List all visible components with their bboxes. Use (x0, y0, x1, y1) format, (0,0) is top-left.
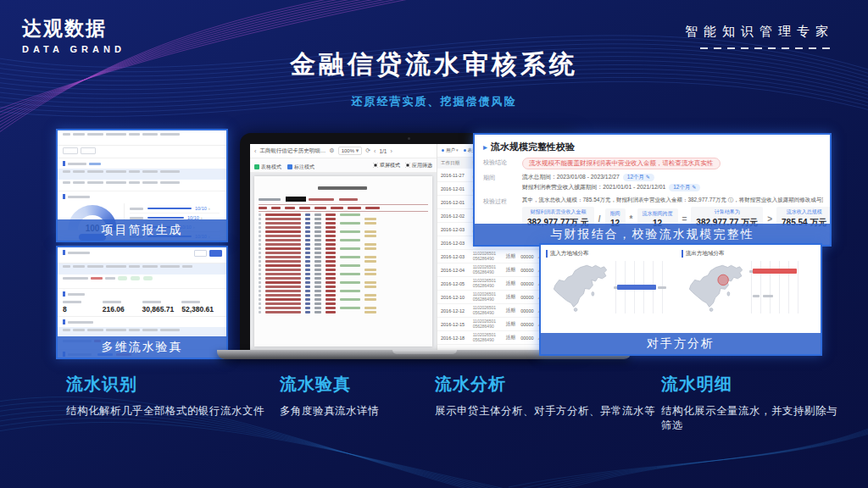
stat-item: 52,380.61 (181, 301, 221, 313)
cell-amount: 00000 (520, 254, 537, 259)
scan-cell (326, 311, 336, 313)
scan-table-row (259, 294, 428, 297)
section-marker (63, 291, 65, 297)
report-progress-row: 10/10› (130, 204, 220, 214)
scan-cell (340, 281, 360, 284)
formula-operator: > (767, 214, 772, 224)
zoom-select[interactable]: 100% ▾ (338, 147, 363, 155)
scan-cell (305, 294, 310, 297)
scan-cell (340, 307, 360, 309)
scan-table-row (259, 218, 428, 220)
scan-cell (305, 260, 310, 263)
scan-cell (340, 226, 360, 229)
text-placeholder (129, 170, 140, 173)
scan-cell (340, 243, 360, 246)
document-title: 工商银行借记卡历史明细清... (259, 147, 326, 155)
gear-icon[interactable]: ⚙ (329, 147, 334, 154)
text-placeholder (68, 252, 90, 254)
view-button[interactable]: 应用筛选 (405, 162, 432, 169)
formula-operator: * (630, 214, 633, 224)
scan-cell (314, 252, 321, 254)
scan-cell (314, 260, 321, 263)
prev-page-icon[interactable]: ‹ (374, 148, 376, 154)
section-marker (63, 161, 65, 166)
cell-amount: 00000 (520, 322, 537, 327)
scan-cell (259, 260, 261, 263)
thumbnail-caption: 项目简报生成 (58, 219, 226, 241)
scan-cell (305, 235, 310, 237)
scan-cell (314, 269, 321, 271)
text-placeholder (87, 133, 103, 136)
scan-cell (259, 226, 261, 229)
scan-cell (340, 277, 360, 280)
next-page-icon[interactable]: › (390, 148, 392, 154)
scanned-statement (250, 173, 437, 350)
scan-cell (305, 218, 310, 220)
text-placeholder (160, 170, 180, 173)
scan-cell (265, 235, 301, 237)
scan-cell (314, 302, 321, 305)
scan-cell (305, 214, 310, 216)
view-button[interactable]: 双屏模式 (373, 162, 400, 169)
scan-cell (265, 286, 301, 288)
scan-table-row (259, 273, 428, 275)
scan-cell (259, 247, 261, 250)
scan-cell (326, 307, 336, 309)
text-placeholder (89, 163, 101, 165)
scan-cell (305, 247, 310, 250)
scan-cell (340, 256, 360, 258)
scan-table-row (259, 239, 428, 241)
document-viewer: ‹ 工商银行借记卡历史明细清... ⚙ 100% ▾ ⟳ ‹ 1/1 › 表格模… (250, 144, 437, 350)
cell-type: 活期 (506, 280, 520, 286)
period-row: 期间 流水总期间：2023/01/08 - 2023/12/2712个月 财报利… (483, 173, 821, 193)
scan-cell (265, 226, 301, 229)
scan-cell (364, 226, 376, 229)
text-placeholder (106, 170, 126, 173)
scan-cell (364, 269, 376, 271)
scan-cell (259, 264, 261, 267)
scan-cell (259, 307, 261, 309)
months-badge[interactable]: 12个月 (623, 174, 654, 181)
text-placeholder (105, 277, 115, 280)
back-icon[interactable]: ‹ (254, 148, 256, 154)
china-map (682, 260, 748, 314)
cell-date: 2016-12-05 (441, 281, 473, 286)
scan-cell (340, 252, 360, 254)
scan-cell (326, 273, 336, 275)
scan-cell (340, 222, 360, 225)
filter-chip[interactable]: 用户 (442, 147, 459, 153)
scan-cell (259, 256, 261, 258)
scan-cell (340, 311, 360, 313)
scan-table-row (259, 281, 428, 284)
scan-cell (259, 277, 261, 280)
feature-item: 流水分析展示申贷主体分析、对手方分析、异常流水等 (435, 373, 661, 433)
scan-table (259, 214, 428, 313)
scan-cell (326, 290, 336, 292)
scan-cell (314, 290, 321, 292)
scan-cell (326, 260, 336, 263)
scan-cell (305, 298, 310, 301)
text-placeholder (106, 181, 126, 184)
refresh-icon[interactable]: ⟳ (365, 147, 370, 154)
brand-tagline: 智能知识管理专家 (685, 24, 834, 49)
scan-cell (340, 247, 360, 250)
scan-cell (259, 239, 261, 241)
cell-account: 1102026501056286490 (473, 279, 506, 289)
mock-tabs (58, 146, 226, 158)
scan-cell (305, 302, 310, 305)
scan-cell (259, 214, 261, 216)
months-badge[interactable]: 12个月 (669, 184, 700, 191)
mode-button[interactable]: 标注模式 (287, 164, 314, 171)
tagline-text: 智能知识管理专家 (685, 24, 834, 40)
text-placeholder (87, 170, 103, 173)
view-icon (405, 163, 410, 168)
mode-button[interactable]: 表格模式 (254, 164, 281, 171)
scan-cell (265, 256, 301, 258)
tab-placeholder (63, 147, 78, 154)
scan-table-row (259, 307, 428, 309)
scan-cell (259, 286, 261, 288)
text-placeholder (63, 277, 88, 280)
scan-column-header (299, 207, 310, 209)
cell-date: 2016-12-03 (441, 227, 473, 232)
scan-cell (259, 218, 261, 220)
